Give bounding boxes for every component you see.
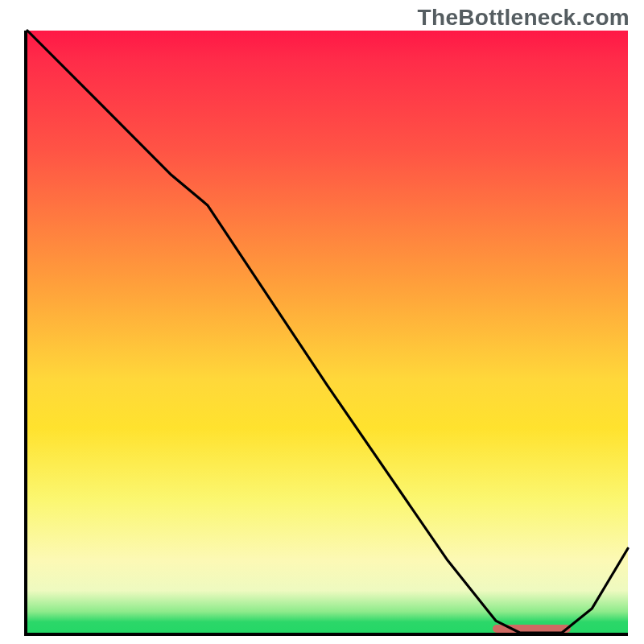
bottleneck-curve-svg: [27, 31, 628, 633]
chart-plot-area: [24, 31, 628, 636]
bottleneck-curve-path: [27, 31, 628, 633]
watermark-text: TheBottleneck.com: [418, 5, 630, 31]
